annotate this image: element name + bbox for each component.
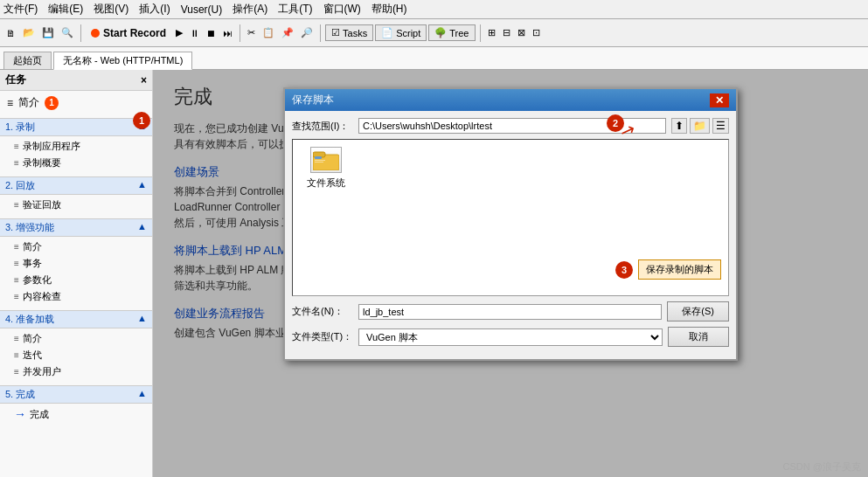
menu-insert[interactable]: 插入(I) — [139, 2, 170, 17]
search-btn[interactable]: 🔍 — [59, 25, 76, 40]
pause-btn[interactable]: ⏸ — [187, 26, 202, 40]
intro-badge: 1 — [45, 96, 59, 110]
section-complete-toggle[interactable]: ▲ — [137, 388, 147, 401]
start-record-label: Start Record — [103, 27, 166, 39]
script-button[interactable]: 📄 Script — [375, 24, 427, 41]
menubar: 文件(F) 编辑(E) 视图(V) 插入(I) Vuser(U) 操作(A) 工… — [0, 0, 868, 19]
section-playback-title[interactable]: 2. 回放 ▲ — [0, 176, 152, 195]
bullet-icon: ≡ — [14, 142, 19, 151]
new-btn[interactable]: 🗎 — [3, 26, 18, 40]
section-enhance-toggle[interactable]: ▲ — [137, 221, 147, 234]
filesystem-icon-img — [310, 147, 342, 173]
section-playback-toggle[interactable]: ▲ — [137, 179, 147, 192]
sidebar-item-transaction[interactable]: ≡ 事务 — [0, 255, 152, 272]
bullet-icon: ≡ — [14, 200, 19, 210]
path-new-folder-btn[interactable]: 📁 — [690, 118, 710, 134]
tab-web-html[interactable]: 无名称 - Web (HTTP/HTML) — [53, 52, 192, 70]
open-btn[interactable]: 📂 — [20, 25, 38, 40]
save-button[interactable]: 保存(S) — [667, 301, 729, 321]
extra-btn4[interactable]: ⊡ — [530, 25, 543, 40]
section-record-toggle[interactable]: ▲ — [137, 121, 147, 134]
save-script-dialog: 保存脚本 ✕ 查找范围(I)： ⬆ 📁 ☰ — [283, 87, 738, 361]
cut-btn[interactable]: ✂ — [245, 25, 258, 40]
menu-file[interactable]: 文件(F) — [3, 2, 38, 17]
section-record-title[interactable]: 1. 录制 ▲ — [0, 118, 152, 136]
extra-btn1[interactable]: ⊞ — [485, 25, 498, 40]
paste-btn[interactable]: 📌 — [279, 25, 296, 40]
section-playback-label: 2. 回放 — [5, 179, 35, 192]
svg-rect-3 — [315, 160, 325, 161]
cancel-button[interactable]: 取消 — [668, 327, 729, 347]
save-btn[interactable]: 💾 — [39, 25, 57, 40]
section-prepare-title[interactable]: 4. 准备加载 ▲ — [0, 310, 152, 328]
copy-btn[interactable]: 📋 — [260, 25, 277, 40]
complete-label: 完成 — [30, 408, 49, 421]
step-btn[interactable]: ⏭ — [220, 26, 235, 40]
sidebar-item-complete[interactable]: → 完成 — [0, 405, 152, 423]
menu-edit[interactable]: 编辑(E) — [48, 2, 83, 17]
sidebar-item-content-check[interactable]: ≡ 内容检查 — [0, 288, 152, 305]
bullet-icon: ≡ — [14, 242, 19, 252]
sep1 — [80, 24, 81, 42]
dialog-close-button[interactable]: ✕ — [710, 93, 729, 107]
tree-button[interactable]: 🌳 Tree — [428, 24, 475, 41]
tab-home[interactable]: 起始页 — [3, 52, 52, 69]
path-up-btn[interactable]: ⬆ — [671, 118, 687, 134]
playback-section: 2. 回放 ▲ ≡ 验证回放 — [0, 173, 152, 215]
tasks-button[interactable]: ☑ Tasks — [325, 24, 373, 41]
sidebar-item-record-summary[interactable]: ≡ 录制概要 — [0, 155, 152, 171]
record-app-label: 录制应用程序 — [23, 140, 80, 153]
extra-btn2[interactable]: ⊟ — [500, 25, 513, 40]
complete-section: 5. 完成 ▲ → 完成 — [0, 382, 152, 425]
sidebar-item-intro[interactable]: ≡ 简介 1 — [0, 93, 152, 113]
sidebar-header: 任务 × — [0, 70, 152, 91]
filetype-select[interactable]: VuGen 脚本 — [358, 328, 663, 346]
sidebar-close-btn[interactable]: × — [141, 74, 147, 86]
dialog-overlay: 保存脚本 ✕ 查找范围(I)： ⬆ 📁 ☰ — [153, 70, 868, 477]
annotation-3: 3 — [615, 261, 633, 279]
intro-section: ≡ 简介 1 — [0, 91, 152, 114]
bullet-icon: ≡ — [14, 334, 19, 343]
section-complete-title[interactable]: 5. 完成 ▲ — [0, 385, 152, 404]
sidebar-item-prepare-intro[interactable]: ≡ 简介 — [0, 330, 152, 347]
filename-label: 文件名(N)： — [292, 305, 353, 318]
section-prepare-toggle[interactable]: ▲ — [137, 313, 147, 326]
section-enhance-title[interactable]: 3. 增强功能 ▲ — [0, 218, 152, 237]
sep3 — [320, 24, 321, 42]
filename-input[interactable] — [358, 304, 662, 320]
annotation-3-container: 3 保存录制的脚本 — [615, 259, 721, 280]
sidebar-item-iteration[interactable]: ≡ 迭代 — [0, 347, 152, 363]
stop-btn[interactable]: ⏹ — [204, 26, 219, 40]
tree-label: Tree — [449, 28, 469, 38]
file-browser-area: 文件系统 3 保存录制的脚本 — [292, 139, 729, 296]
menu-tools[interactable]: 工具(T) — [278, 2, 312, 17]
filesystem-icon[interactable]: 文件系统 — [300, 147, 352, 190]
sidebar-title: 任务 — [5, 73, 26, 87]
sidebar-item-record-app[interactable]: ≡ 录制应用程序 — [0, 138, 152, 155]
prepare-section: 4. 准备加载 ▲ ≡ 简介 ≡ 迭代 ≡ 并发用户 — [0, 307, 152, 382]
sidebar-item-verify-playback[interactable]: ≡ 验证回放 — [0, 197, 152, 213]
sidebar-item-concurrent-users[interactable]: ≡ 并发用户 — [0, 363, 152, 380]
tasks-label: Tasks — [343, 28, 367, 38]
sep4 — [480, 24, 481, 42]
watermark: CSDN @浪子吴克 — [783, 460, 861, 474]
menu-help[interactable]: 帮助(H) — [372, 2, 407, 17]
find-btn[interactable]: 🔎 — [298, 25, 316, 40]
toolbar: 🗎 📂 💾 🔍 Start Record ▶ ⏸ ⏹ ⏭ ✂ 📋 📌 🔎 ☑ T… — [0, 19, 868, 47]
filesystem-label: 文件系统 — [307, 176, 345, 190]
arrow-right-icon: → — [14, 407, 26, 421]
path-row: 查找范围(I)： ⬆ 📁 ☰ — [292, 118, 729, 134]
record-section: 1. 录制 ▲ ≡ 录制应用程序 ≡ 录制概要 — [0, 114, 152, 173]
sidebar-item-parameterize[interactable]: ≡ 参数化 — [0, 272, 152, 288]
menu-vuser[interactable]: Vuser(U) — [181, 3, 223, 16]
extra-btn3[interactable]: ⊠ — [515, 25, 528, 40]
start-record-button[interactable]: Start Record — [86, 25, 171, 41]
bullet-icon: ≡ — [14, 292, 19, 301]
dialog-title-label: 保存脚本 — [292, 93, 334, 107]
menu-view[interactable]: 视图(V) — [94, 2, 128, 17]
play-btn[interactable]: ▶ — [173, 25, 185, 40]
path-view-btn[interactable]: ☰ — [712, 118, 729, 134]
menu-window[interactable]: 窗口(W) — [323, 2, 361, 17]
sidebar-item-enhance-intro[interactable]: ≡ 简介 — [0, 238, 152, 255]
menu-action[interactable]: 操作(A) — [233, 2, 267, 17]
